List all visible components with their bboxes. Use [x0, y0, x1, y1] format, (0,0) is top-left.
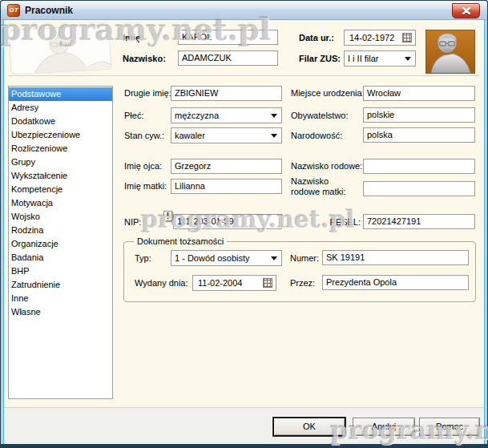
- sidebar-item-kompetencje[interactable]: Kompetencje: [9, 183, 112, 196]
- stan-cyw-label: Stan cyw.:: [124, 131, 164, 140]
- nip-label: NIP:: [124, 217, 141, 227]
- nazwisko-rodowe-matki-label: Nazwisko rodowe matki:: [291, 176, 360, 197]
- imie-ojca-input[interactable]: Grzegorz: [171, 159, 282, 174]
- wydany-dnia-label: Wydany dnia:: [135, 278, 188, 288]
- plec-select[interactable]: mężczyzna: [171, 107, 282, 123]
- typ-select[interactable]: 1 - Dowód osobisty: [171, 250, 282, 266]
- nip-input[interactable]: 111-203-01-99: [173, 214, 282, 229]
- window-bottom-edge: [1, 444, 487, 448]
- app-logo-icon: GT: [7, 4, 20, 17]
- calendar-icon[interactable]: [402, 33, 412, 42]
- sidebar-item-organizacje[interactable]: Organizacje: [9, 237, 112, 251]
- chevron-down-icon: [271, 134, 277, 138]
- pracownik-dialog: GT Pracownik Imię: KAROL Nazwisko: ADAMC…: [0, 0, 488, 448]
- obywatelstwo-input[interactable]: polskie: [363, 107, 475, 123]
- filar-zus-select[interactable]: I i II filar: [344, 50, 416, 67]
- imie-matki-label: Imię matki:: [124, 181, 167, 191]
- employee-avatar: [425, 30, 475, 74]
- stan-cyw-select[interactable]: kawaler: [171, 127, 282, 143]
- plec-label: Płeć:: [124, 111, 143, 120]
- nazwisko-rodowe-matki-input[interactable]: [363, 181, 475, 196]
- obywatelstwo-label: Obywatelstwo:: [291, 111, 349, 120]
- filar-zus-value: I i II filar: [348, 54, 379, 63]
- wydany-dnia-input[interactable]: 11-02-2004: [192, 275, 276, 291]
- narodowosc-label: Narodowość:: [291, 131, 342, 140]
- imie-input[interactable]: KAROL: [178, 30, 278, 45]
- typ-value: 1 - Dowód osobisty: [175, 253, 250, 263]
- numer-input[interactable]: SK 19191: [322, 250, 469, 265]
- drugie-imie-input[interactable]: ZBIGNIEW: [171, 86, 282, 101]
- imie-ojca-label: Imię ojca:: [124, 161, 162, 171]
- wydany-dnia-value: 11-02-2004: [198, 278, 242, 288]
- drugie-imie-label: Drugie imię:: [124, 88, 171, 98]
- filar-zus-label: Filar ZUS:: [299, 54, 341, 63]
- pomoc-button[interactable]: Pomoc: [419, 418, 480, 436]
- sidebar-item-rozliczeniowe[interactable]: Rozliczeniowe: [9, 142, 112, 155]
- sidebar-item-zatrudnienie[interactable]: Zatrudnienie: [9, 278, 112, 292]
- plec-value: mężczyzna: [175, 111, 219, 120]
- sidebar-item-grupy[interactable]: Grupy: [9, 155, 112, 169]
- sidebar-item-wyksztalcenie[interactable]: Wykształcenie: [9, 169, 112, 183]
- nazwisko-rodowe-label: Nazwisko rodowe:: [291, 161, 362, 171]
- przez-label: Przez:: [290, 278, 315, 288]
- chevron-down-icon: [271, 114, 277, 118]
- data-ur-input[interactable]: 14-02-1972: [344, 30, 416, 46]
- miejsce-urodzenia-input[interactable]: Wrocław: [363, 86, 475, 101]
- stan-cyw-value: kawaler: [175, 131, 205, 140]
- pesel-input[interactable]: 72021427191: [363, 214, 475, 229]
- nazwisko-input[interactable]: ADAMCZUK: [178, 50, 278, 66]
- id-card-graphic: [9, 25, 112, 75]
- chevron-down-icon: [271, 256, 277, 260]
- typ-label: Typ:: [135, 253, 151, 263]
- title-bar[interactable]: GT Pracownik: [1, 1, 487, 20]
- sidebar-item-dodatkowe[interactable]: Dodatkowe: [9, 115, 112, 128]
- close-icon: [462, 7, 471, 14]
- sidebar-item-motywacja[interactable]: Motywacja: [9, 196, 112, 210]
- sidebar-item-badania[interactable]: Badania: [9, 251, 112, 264]
- sidebar-item-ubezpieczeniowe[interactable]: Ubezpieczeniowe: [9, 128, 112, 142]
- przez-input[interactable]: Prezydenta Opola: [322, 275, 469, 290]
- sidebar-item-adresy[interactable]: Adresy: [9, 101, 112, 115]
- ok-button[interactable]: OK: [273, 418, 345, 436]
- anuluj-button[interactable]: Anuluj: [353, 418, 415, 436]
- sidebar-item-wojsko[interactable]: Wojsko: [9, 210, 112, 224]
- dokument-tozsamosci-title: Dokument tożsamości: [134, 236, 227, 246]
- imie-label: Imię:: [123, 33, 143, 42]
- sidebar-item-podstawowe[interactable]: Podstawowe: [9, 87, 112, 101]
- sidebar-item-wlasne[interactable]: Własne: [9, 305, 112, 319]
- nazwisko-label: Nazwisko:: [123, 54, 166, 63]
- sidebar-item-rodzina[interactable]: Rodzina: [9, 224, 112, 237]
- chevron-down-icon: [405, 57, 411, 61]
- header-separator: [8, 75, 479, 77]
- nazwisko-rodowe-input[interactable]: [363, 159, 475, 174]
- miejsce-urodzenia-label: Miejsce urodzenia:: [291, 88, 365, 98]
- close-button[interactable]: [452, 3, 480, 18]
- narodowosc-input[interactable]: polska: [363, 127, 475, 143]
- data-ur-value: 14-02-1972: [349, 33, 394, 42]
- window-title: Pracownik: [25, 1, 73, 20]
- calendar-icon[interactable]: [263, 278, 272, 288]
- data-ur-label: Data ur.:: [299, 33, 334, 42]
- nip-warning-icon: !: [163, 211, 172, 221]
- pesel-label: PESEL:: [315, 217, 361, 227]
- sidebar-item-bhp[interactable]: BHP: [9, 264, 112, 278]
- category-list[interactable]: Podstawowe Adresy Dodatkowe Ubezpieczeni…: [8, 86, 113, 399]
- sidebar-item-inne[interactable]: Inne: [9, 292, 112, 305]
- imie-matki-input[interactable]: Lilianna: [171, 179, 282, 194]
- numer-label: Numer:: [290, 253, 319, 263]
